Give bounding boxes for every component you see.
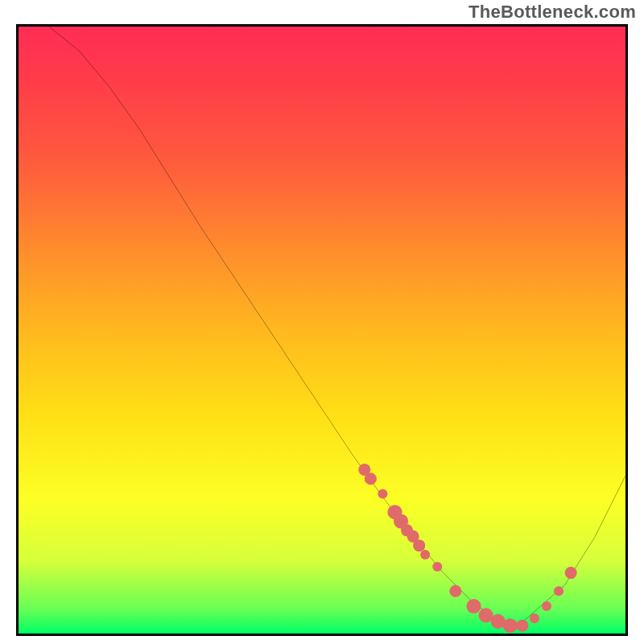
highlight-dot [365,473,377,485]
chart-frame: TheBottleneck.com [0,0,644,644]
highlight-dot [554,586,564,596]
watermark-text: TheBottleneck.com [469,2,636,23]
highlight-dots-group [358,464,576,633]
highlight-dot [413,539,425,551]
highlight-dot [420,550,430,559]
highlight-dot [565,567,577,579]
highlight-dot [466,599,481,613]
plot-area [16,24,628,636]
curve-path [49,27,625,627]
highlight-dot [378,489,387,499]
highlight-dot [449,585,461,597]
highlight-dot [530,613,539,623]
highlight-dot [542,601,551,611]
chart-svg [19,27,625,634]
highlight-dot [516,620,528,632]
highlight-dot [432,562,442,572]
highlight-dot [503,618,518,633]
